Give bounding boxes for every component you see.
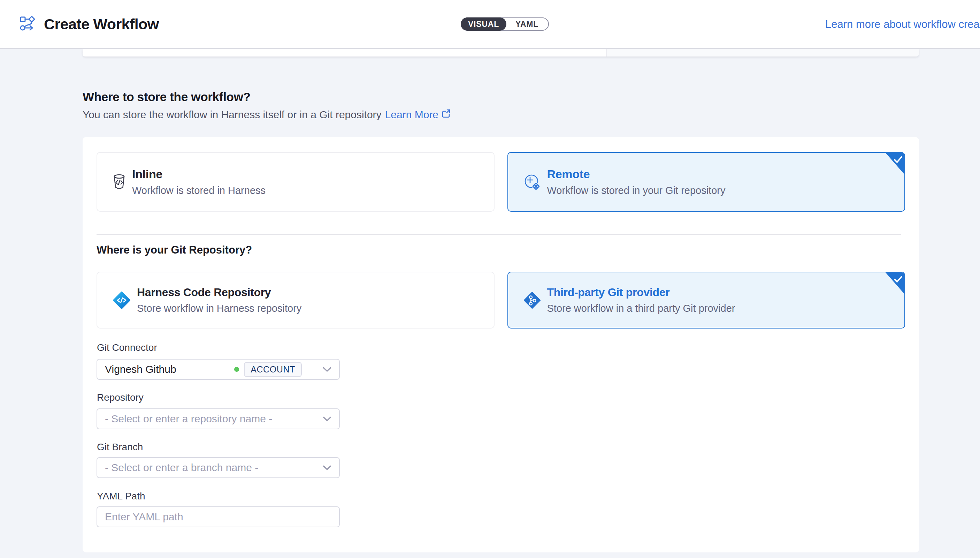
card-title-harness-code: Harness Code Repository [137, 286, 301, 299]
git-branch-select[interactable] [97, 457, 340, 478]
chevron-down-icon[interactable] [323, 465, 331, 471]
chevron-down-icon[interactable] [323, 367, 331, 372]
connector-scope-badge: ACCOUNT [244, 362, 302, 377]
scrolled-card-remnant [83, 49, 919, 56]
remote-icon [524, 173, 541, 191]
workflow-icon [20, 15, 36, 33]
toggle-yaml[interactable]: YAML [506, 18, 548, 30]
git-branch-input[interactable] [105, 462, 323, 474]
page-title: Create Workflow [44, 16, 159, 33]
header: Create Workflow VISUAL YAML Learn more a… [0, 0, 980, 49]
selected-check-badge [885, 152, 905, 175]
repo-type-options: Harness Code Repository Store workflow i… [97, 272, 905, 328]
store-description-text: You can store the workflow in Harness it… [83, 109, 381, 121]
card-title-third-party: Third-party Git provider [547, 286, 735, 299]
scrolled-card-right [607, 49, 919, 56]
card-subtitle-harness-code: Store workflow in Harness repository [137, 303, 301, 314]
store-type-options: Inline Workflow is stored in Harness [97, 152, 905, 212]
toggle-visual[interactable]: VISUAL [461, 18, 506, 31]
card-subtitle-third-party: Store workflow in a third party Git prov… [547, 303, 735, 314]
section-divider [97, 235, 901, 235]
yaml-path-label: YAML Path [97, 491, 145, 502]
learn-more-workflow-link[interactable]: Learn more about workflow creation [825, 18, 980, 31]
external-link-icon [441, 109, 451, 121]
option-card-third-party[interactable]: Third-party Git provider Store workflow … [507, 272, 905, 328]
selected-check-badge [885, 272, 905, 295]
repository-select[interactable] [97, 409, 340, 429]
card-subtitle-inline: Workflow is stored in Harness [132, 185, 265, 196]
yaml-path-input[interactable] [105, 511, 331, 523]
repository-label: Repository [97, 392, 144, 403]
yaml-path-field[interactable] [97, 506, 340, 527]
chevron-down-icon[interactable] [323, 417, 331, 422]
connector-status-dot [234, 367, 239, 372]
workflow-store-panel: Inline Workflow is stored in Harness [83, 137, 919, 552]
card-title-inline: Inline [132, 167, 265, 181]
option-card-remote[interactable]: Remote Workflow is stored in your Git re… [507, 152, 905, 212]
git-provider-icon [524, 292, 541, 309]
card-title-remote: Remote [547, 167, 726, 181]
harness-code-icon [113, 291, 131, 309]
repository-input[interactable] [105, 413, 323, 425]
store-section-description: You can store the workflow in Harness it… [83, 109, 451, 121]
git-connector-select[interactable]: Vignesh Github ACCOUNT [97, 359, 340, 380]
card-subtitle-remote: Workflow is stored in your Git repositor… [547, 185, 726, 196]
learn-more-link[interactable]: Learn More [385, 109, 451, 121]
repo-section-heading: Where is your Git Repository? [97, 244, 252, 256]
store-section-heading: Where to store the workflow? [83, 90, 250, 104]
option-card-harness-code[interactable]: Harness Code Repository Store workflow i… [97, 272, 494, 328]
visual-yaml-toggle: VISUAL YAML [461, 18, 549, 31]
scrolled-card-left [83, 49, 607, 56]
inline-database-icon [113, 174, 126, 190]
git-branch-label: Git Branch [97, 441, 143, 453]
git-connector-label: Git Connector [97, 342, 157, 353]
git-connector-value: Vignesh Github [105, 363, 234, 375]
option-card-inline[interactable]: Inline Workflow is stored in Harness [97, 152, 494, 212]
